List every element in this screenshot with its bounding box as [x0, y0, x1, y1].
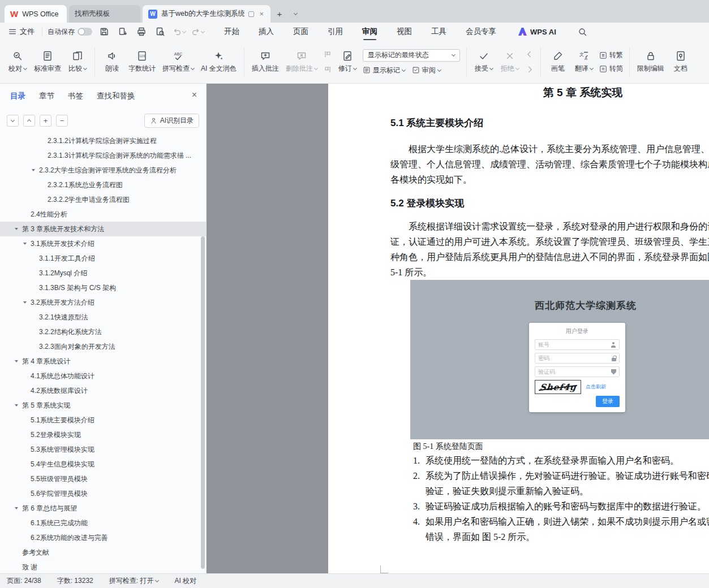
ribbon-tab-member[interactable]: 会员专享	[465, 23, 497, 40]
translate-button[interactable]: 文A 翻译	[571, 44, 597, 80]
toc-item[interactable]: 第 6 章总结与展望	[0, 501, 206, 516]
standard-review-button[interactable]: 标准审查	[31, 44, 65, 80]
insert-comment-button[interactable]: 插入批注	[248, 44, 282, 80]
toc-item[interactable]: 2.3.1.3计算机学院综合测评系统的功能需求描 ...	[0, 148, 206, 163]
ai-recognize-toc-button[interactable]: AI识别目录	[144, 114, 199, 128]
toc-item[interactable]: 3.1.3B/S 架构与 C/S 架构	[0, 280, 206, 295]
toc-item[interactable]: 致 谢	[0, 560, 206, 573]
autosave-toggle[interactable]	[78, 28, 92, 36]
toc-item[interactable]: 5.3系统管理模块实现	[0, 442, 206, 457]
toc-item[interactable]: 第 5 章系统实现	[0, 398, 206, 413]
toc-item[interactable]: 参考文献	[0, 545, 206, 560]
file-menu-button[interactable]: 文件	[6, 27, 37, 37]
toc-expand-icon[interactable]	[15, 360, 22, 362]
toc-item[interactable]: 5.4学生信息模块实现	[0, 457, 206, 472]
tab-docer-templates[interactable]: 找稻壳模板	[69, 5, 140, 23]
doc-permission-button[interactable]: 文档	[668, 44, 694, 80]
toc-item[interactable]: 4.2系统数据库设计	[0, 383, 206, 398]
toc-item[interactable]: 第 4 章系统设计	[0, 354, 206, 369]
new-tab-button[interactable]: +	[273, 7, 286, 20]
ai-polish-button[interactable]: AI 全文润色	[197, 44, 240, 80]
login-screenshot-figure[interactable]: 西北师范大学综测系统 用户登录 账号 密码 验证码	[410, 280, 709, 439]
toc-item[interactable]: 3.2.3面向对象的开发方法	[0, 339, 206, 354]
toc-item[interactable]: 3.1.1开发工具介绍	[0, 251, 206, 266]
ribbon-tab-start[interactable]: 开始	[223, 23, 240, 40]
toc-item[interactable]: 3.2.1快速原型法	[0, 310, 206, 325]
save-button[interactable]	[97, 25, 111, 38]
spell-check-status[interactable]: 拼写检查: 打开	[109, 576, 159, 586]
ribbon-tab-insert[interactable]: 插入	[257, 23, 275, 40]
print-preview-button[interactable]	[153, 25, 167, 38]
reject-button[interactable]: 拒绝	[497, 44, 523, 80]
ribbon-tab-review[interactable]: 审阅	[361, 23, 379, 40]
previous-comment-button[interactable]	[322, 49, 333, 60]
toc-item[interactable]: 2.3.2大学生综合测评管理系统的业务流程分析	[0, 163, 206, 178]
toc-item[interactable]: 6.2系统功能的改进与完善	[0, 530, 206, 545]
delete-comment-button[interactable]: 删除批注	[282, 44, 321, 80]
toc-item[interactable]: 2.3.2.2学生申请业务流程图	[0, 192, 206, 207]
tab-list-button[interactable]	[289, 7, 302, 20]
toc-item[interactable]: 5.5班级管理员模块	[0, 472, 206, 486]
proofread-button[interactable]: 校对	[5, 44, 31, 80]
toc-expand-icon[interactable]	[15, 228, 22, 230]
wps-ai-button[interactable]: WPS AI	[518, 28, 556, 36]
toc-expand-icon[interactable]	[23, 243, 31, 245]
undo-button[interactable]	[172, 25, 186, 38]
toc-expand-icon[interactable]	[32, 169, 39, 171]
collapse-all-button[interactable]	[7, 115, 19, 127]
spell-check-button[interactable]: ABC 拼写检查	[159, 44, 197, 80]
toc-item[interactable]: 3.2.2结构化系统方法	[0, 325, 206, 339]
autosave-control[interactable]: 自动保存	[48, 27, 92, 37]
previous-revision-button[interactable]	[524, 49, 535, 60]
sidebar-tab-chapters[interactable]: 章节	[39, 91, 54, 101]
show-markup-button[interactable]: 显示标记	[363, 66, 405, 75]
ai-proofread-button[interactable]: AI 校对	[174, 576, 196, 586]
tab-active-document[interactable]: W 基于web的大学生综测系统设 ×	[143, 5, 270, 23]
ribbon-tab-tools[interactable]: 工具	[430, 23, 448, 40]
track-changes-button[interactable]: 修订	[334, 44, 360, 80]
sidebar-tab-find-replace[interactable]: 查找和替换	[97, 91, 135, 101]
sidebar-scrollbar[interactable]	[201, 236, 205, 569]
print-button[interactable]	[135, 25, 148, 38]
toc-item[interactable]: 3.2系统开发方法介绍	[0, 295, 206, 310]
to-simplified-button[interactable]: 简 转简	[599, 64, 623, 74]
document-page[interactable]: 第 5 章 系统实现 5.1 系统主要模块介绍 根据大学生综测系统的.总体设计，…	[328, 84, 709, 573]
toc-expand-icon[interactable]	[23, 301, 31, 304]
to-traditional-button[interactable]: 繁 转繁	[599, 50, 623, 60]
toc-item[interactable]: 3.1系统开发技术介绍	[0, 236, 206, 251]
markup-state-dropdown[interactable]: 显示标记的最终状态	[363, 49, 460, 62]
next-revision-button[interactable]	[524, 64, 535, 75]
toc-item[interactable]: 3.1.2Mysql 介绍	[0, 266, 206, 280]
toc-item[interactable]: 2.3.1.2计算机学院综合测评实施过程	[0, 133, 206, 148]
restrict-edit-button[interactable]: 限制编辑	[634, 44, 668, 80]
sidebar-tab-contents[interactable]: 目录	[10, 91, 25, 101]
review-options-button[interactable]: 审阅	[412, 66, 441, 75]
toc-item[interactable]: 4.1系统总体功能设计	[0, 369, 206, 383]
export-pdf-button[interactable]	[116, 25, 130, 38]
compare-button[interactable]: 比较	[65, 44, 91, 80]
ribbon-tab-view[interactable]: 视图	[396, 23, 413, 40]
toc-item[interactable]: 第 3 章系统开发技术和方法	[0, 222, 206, 236]
brush-button[interactable]: 画笔	[545, 44, 571, 80]
zoom-in-button[interactable]: +	[40, 115, 51, 127]
read-aloud-button[interactable]: 朗读	[99, 44, 125, 80]
search-button[interactable]	[576, 25, 590, 38]
close-tab-icon[interactable]: ×	[258, 10, 265, 18]
redo-button[interactable]	[191, 25, 204, 38]
toc-item[interactable]: 2.4性能分析	[0, 207, 206, 222]
ribbon-tab-reference[interactable]: 引用	[326, 23, 344, 40]
accept-button[interactable]: 接受	[471, 44, 497, 80]
toc-item[interactable]: 5.2登录模块实现	[0, 427, 206, 442]
next-comment-button[interactable]	[322, 64, 333, 75]
zoom-out-button[interactable]: −	[56, 115, 68, 127]
word-count-button[interactable]: 123 字数统计	[125, 44, 159, 80]
toc-item[interactable]: 2.3.2.1系统总业务流程图	[0, 178, 206, 192]
tab-wps-home[interactable]: W WPS Office	[5, 5, 67, 23]
toc-expand-icon[interactable]	[15, 507, 22, 509]
toc-item[interactable]: 6.1系统已完成功能	[0, 516, 206, 530]
toc-item[interactable]: 5.6学院管理员模块	[0, 486, 206, 501]
toc-expand-icon[interactable]	[15, 404, 22, 407]
ribbon-tab-page[interactable]: 页面	[292, 23, 310, 40]
close-sidebar-icon[interactable]: ×	[192, 90, 197, 100]
expand-all-button[interactable]	[23, 115, 35, 127]
